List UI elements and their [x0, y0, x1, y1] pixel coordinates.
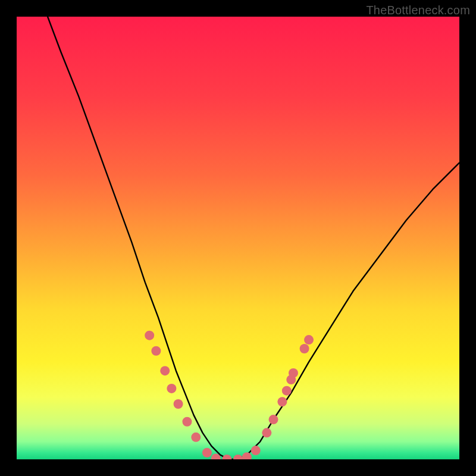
highlight-point — [151, 346, 161, 356]
highlight-points — [145, 331, 314, 459]
highlight-point — [233, 455, 243, 459]
highlight-point — [300, 344, 309, 353]
highlight-point — [269, 415, 278, 424]
highlight-point — [262, 428, 271, 437]
highlight-point — [289, 368, 298, 378]
highlight-point — [304, 335, 314, 345]
highlight-point — [282, 386, 292, 396]
plot-area — [17, 17, 459, 459]
highlight-point — [202, 448, 212, 458]
highlight-point — [145, 331, 154, 340]
highlight-point — [222, 455, 231, 459]
highlight-point — [277, 397, 287, 406]
watermark-label: TheBottleneck.com — [366, 4, 470, 17]
highlight-point — [167, 384, 176, 393]
highlight-point — [242, 452, 252, 459]
bottleneck-curve — [17, 17, 459, 459]
highlight-point — [160, 366, 170, 375]
highlight-point — [251, 446, 261, 455]
highlight-point — [191, 433, 201, 442]
highlight-point — [182, 417, 192, 427]
chart-stage: TheBottleneck.com — [0, 0, 476, 476]
highlight-point — [174, 399, 183, 409]
